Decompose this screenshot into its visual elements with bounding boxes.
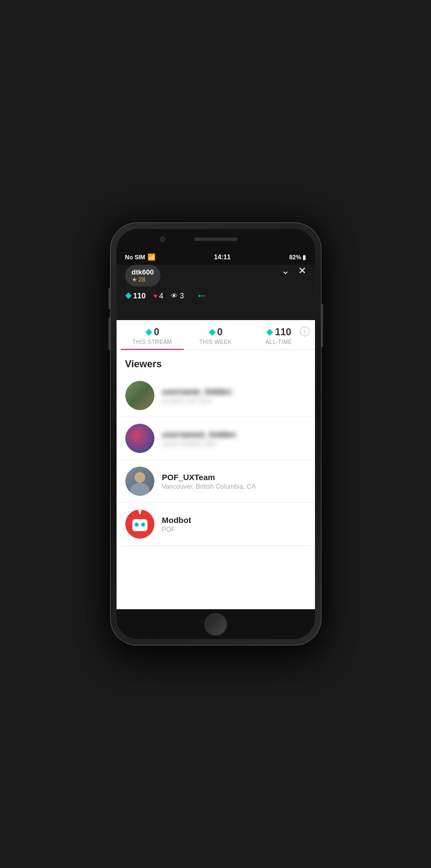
avatar (125, 381, 155, 410)
close-button[interactable]: ✕ (298, 265, 306, 277)
tab-this-week-label: THIS WEEK (200, 339, 232, 345)
viewer-info: username_hidden location info here (162, 387, 306, 405)
volume-down-button (108, 317, 110, 350)
viewer-info: Modbot POF (162, 515, 306, 533)
phone-frame: No SIM 📶 14:11 82% ▮ dtk600 ★ 28 ⌄ ✕ (110, 222, 321, 646)
diamonds-value: 110 (133, 291, 146, 300)
viewer-item[interactable]: Modbot POF (117, 503, 315, 546)
tab-this-week[interactable]: 0 THIS WEEK (184, 320, 247, 349)
heart-icon: ♥ (153, 292, 158, 300)
user-pill: dtk600 ★ 28 (125, 265, 160, 286)
home-button[interactable] (204, 613, 227, 636)
viewer-name: username2_hidden (162, 430, 306, 439)
viewer-location: location info here (162, 397, 306, 405)
diamond-icon-small (125, 292, 132, 299)
battery-info: 82% ▮ (289, 254, 306, 261)
views-stat: 👁 3 (171, 291, 184, 300)
svg-marker-0 (125, 292, 132, 299)
volume-up-button (108, 288, 110, 309)
carrier-info: No SIM 📶 (125, 253, 156, 261)
diamond-icon-tab3 (266, 329, 273, 336)
tabs-row: 0 THIS STREAM 0 THIS WEEK (117, 320, 315, 350)
viewer-info: POF_UXTeam Vancouver, British Columbia, … (162, 473, 306, 490)
viewer-item[interactable]: POF_UXTeam Vancouver, British Columbia, … (117, 460, 315, 503)
tab-this-stream-value: 0 (145, 327, 159, 338)
user-header: dtk600 ★ 28 (125, 265, 160, 286)
status-bar: No SIM 📶 14:11 82% ▮ (117, 250, 315, 265)
battery-icon: ▮ (303, 254, 306, 261)
viewer-location: some location data (162, 440, 306, 448)
diamond-icon-tab2 (209, 329, 216, 336)
viewer-item[interactable]: username_hidden location info here (117, 374, 315, 417)
wifi-icon: 📶 (147, 253, 156, 261)
tab-all-time-label: ALL-TIME (266, 339, 292, 345)
svg-marker-2 (209, 329, 216, 336)
tab-this-week-value: 0 (209, 327, 223, 338)
hearts-value: 4 (159, 291, 164, 300)
viewer-item[interactable]: username2_hidden some location data (117, 417, 315, 460)
svg-marker-1 (145, 329, 152, 336)
tab-this-stream[interactable]: 0 THIS STREAM (121, 320, 184, 349)
camera-dot (160, 237, 165, 242)
back-arrow-icon[interactable]: ← (196, 289, 208, 303)
avatar (125, 424, 155, 453)
svg-marker-3 (266, 329, 273, 336)
tab-all-time-value: 110 (266, 327, 291, 338)
tab-this-stream-label: THIS STREAM (132, 339, 172, 345)
user-stars: ★ 28 (132, 276, 145, 283)
views-value: 3 (179, 291, 184, 300)
list-end-divider (125, 546, 306, 546)
main-panel: 0 THIS STREAM 0 THIS WEEK (117, 320, 315, 609)
header-actions: ⌄ ✕ (281, 265, 306, 277)
viewer-location: POF (162, 526, 306, 533)
speaker-grille (194, 238, 237, 241)
viewer-location: Vancouver, British Columbia, CA (162, 483, 306, 490)
power-button (321, 304, 323, 347)
eye-icon: 👁 (171, 292, 178, 300)
stream-stats-bar: 110 ♥ 4 👁 3 ← (117, 288, 315, 304)
username-label: dtk600 (132, 268, 154, 276)
phone-screen: No SIM 📶 14:11 82% ▮ dtk600 ★ 28 ⌄ ✕ (117, 229, 315, 639)
time-display: 14:11 (214, 253, 231, 261)
phone-top-bar (117, 229, 315, 250)
diamond-icon-tab1 (145, 329, 152, 336)
viewer-name: POF_UXTeam (162, 473, 306, 482)
hearts-stat: ♥ 4 (153, 291, 164, 300)
viewer-name: username_hidden (162, 387, 306, 396)
avatar (125, 509, 155, 539)
diamonds-stat: 110 (125, 291, 146, 300)
viewers-section-title: Viewers (117, 350, 315, 374)
viewer-info: username2_hidden some location data (162, 430, 306, 448)
phone-bottom-bar (117, 609, 315, 639)
avatar (125, 467, 155, 496)
battery-percent: 82% (289, 254, 301, 260)
viewer-name: Modbot (162, 515, 306, 525)
info-icon[interactable]: i (300, 327, 310, 336)
carrier-text: No SIM (125, 254, 145, 260)
collapse-button[interactable]: ⌄ (281, 265, 290, 277)
